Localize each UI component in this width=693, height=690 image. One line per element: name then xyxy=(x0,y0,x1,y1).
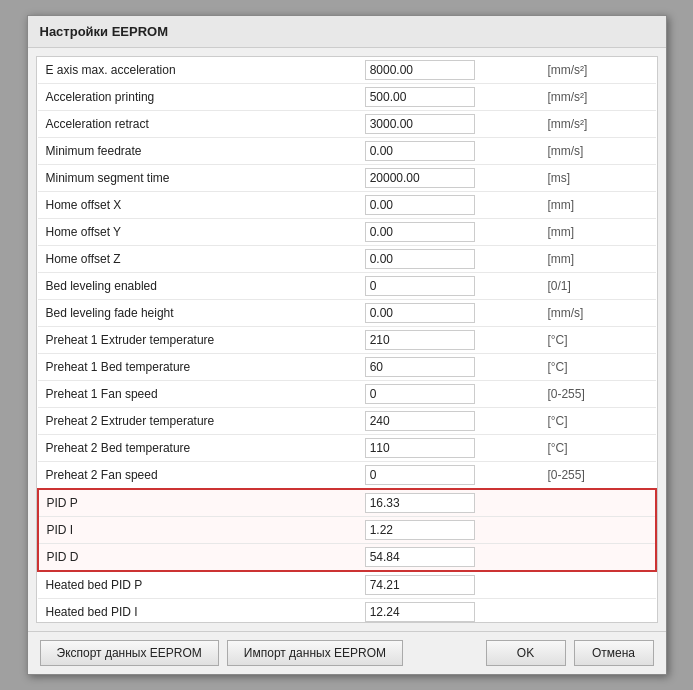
setting-name: Preheat 2 Fan speed xyxy=(38,462,357,490)
setting-value-input[interactable] xyxy=(365,303,475,323)
footer-left: Экспорт данных EEPROM Импорт данных EEPR… xyxy=(40,640,404,666)
setting-value-input[interactable] xyxy=(365,195,475,215)
eeprom-dialog: Настройки EEPROM E axis max. acceleratio… xyxy=(27,15,667,675)
setting-value-input[interactable] xyxy=(365,60,475,80)
setting-name: Preheat 1 Fan speed xyxy=(38,381,357,408)
setting-value-input[interactable] xyxy=(365,602,475,622)
table-row: Heated bed PID I xyxy=(38,599,656,624)
setting-value-cell xyxy=(357,599,540,624)
setting-value-input[interactable] xyxy=(365,357,475,377)
setting-unit: [0/1] xyxy=(539,273,655,300)
setting-value-cell xyxy=(357,84,540,111)
setting-value-input[interactable] xyxy=(365,114,475,134)
setting-value-input[interactable] xyxy=(365,465,475,485)
setting-value-cell xyxy=(357,192,540,219)
setting-value-input[interactable] xyxy=(365,411,475,431)
setting-value-cell xyxy=(357,327,540,354)
setting-name: Preheat 2 Extruder temperature xyxy=(38,408,357,435)
setting-unit xyxy=(539,544,655,572)
setting-unit: [°C] xyxy=(539,435,655,462)
settings-table-container[interactable]: E axis max. acceleration[mm/s²]Accelerat… xyxy=(36,56,658,623)
setting-value-input[interactable] xyxy=(365,438,475,458)
setting-value-cell xyxy=(357,165,540,192)
cancel-button[interactable]: Отмена xyxy=(574,640,654,666)
setting-unit: [mm/s²] xyxy=(539,57,655,84)
setting-name: Preheat 1 Extruder temperature xyxy=(38,327,357,354)
export-button[interactable]: Экспорт данных EEPROM xyxy=(40,640,219,666)
setting-unit: [0-255] xyxy=(539,381,655,408)
setting-value-input[interactable] xyxy=(365,249,475,269)
table-row: E axis max. acceleration[mm/s²] xyxy=(38,57,656,84)
table-row: Acceleration printing[mm/s²] xyxy=(38,84,656,111)
table-row: Home offset Z[mm] xyxy=(38,246,656,273)
table-row: Acceleration retract[mm/s²] xyxy=(38,111,656,138)
setting-name: Preheat 2 Bed temperature xyxy=(38,435,357,462)
import-button[interactable]: Импорт данных EEPROM xyxy=(227,640,403,666)
table-row: Preheat 2 Bed temperature[°C] xyxy=(38,435,656,462)
setting-unit: [mm/s] xyxy=(539,138,655,165)
table-row: Heated bed PID P xyxy=(38,571,656,599)
setting-value-cell xyxy=(357,435,540,462)
setting-unit xyxy=(539,489,655,517)
setting-name: Bed leveling fade height xyxy=(38,300,357,327)
table-row: Preheat 2 Extruder temperature[°C] xyxy=(38,408,656,435)
ok-button[interactable]: OK xyxy=(486,640,566,666)
setting-unit: [mm] xyxy=(539,246,655,273)
table-row: PID D xyxy=(38,544,656,572)
table-row: Preheat 1 Fan speed[0-255] xyxy=(38,381,656,408)
setting-unit: [mm] xyxy=(539,192,655,219)
setting-value-cell xyxy=(357,138,540,165)
setting-unit: [°C] xyxy=(539,408,655,435)
setting-name: Minimum feedrate xyxy=(38,138,357,165)
setting-value-input[interactable] xyxy=(365,384,475,404)
setting-value-cell xyxy=(357,462,540,490)
setting-name: Home offset X xyxy=(38,192,357,219)
setting-name: Acceleration retract xyxy=(38,111,357,138)
setting-value-cell xyxy=(357,571,540,599)
setting-value-cell xyxy=(357,381,540,408)
setting-value-cell xyxy=(357,273,540,300)
setting-value-input[interactable] xyxy=(365,141,475,161)
setting-value-cell xyxy=(357,544,540,572)
setting-unit xyxy=(539,517,655,544)
settings-table: E axis max. acceleration[mm/s²]Accelerat… xyxy=(37,57,657,623)
setting-unit: [°C] xyxy=(539,327,655,354)
setting-value-input[interactable] xyxy=(365,222,475,242)
setting-value-cell xyxy=(357,111,540,138)
setting-value-cell xyxy=(357,300,540,327)
table-row: Home offset Y[mm] xyxy=(38,219,656,246)
setting-unit: [mm] xyxy=(539,219,655,246)
table-row: PID P xyxy=(38,489,656,517)
table-row: Bed leveling enabled[0/1] xyxy=(38,273,656,300)
setting-value-input[interactable] xyxy=(365,575,475,595)
setting-name: PID P xyxy=(38,489,357,517)
setting-value-cell xyxy=(357,57,540,84)
setting-value-cell xyxy=(357,354,540,381)
footer-right: OK Отмена xyxy=(486,640,654,666)
table-row: PID I xyxy=(38,517,656,544)
setting-unit xyxy=(539,599,655,624)
setting-unit: [ms] xyxy=(539,165,655,192)
table-row: Home offset X[mm] xyxy=(38,192,656,219)
setting-unit: [mm/s²] xyxy=(539,84,655,111)
setting-name: E axis max. acceleration xyxy=(38,57,357,84)
setting-value-input[interactable] xyxy=(365,493,475,513)
table-row: Preheat 1 Bed temperature[°C] xyxy=(38,354,656,381)
table-row: Preheat 2 Fan speed[0-255] xyxy=(38,462,656,490)
setting-name: PID I xyxy=(38,517,357,544)
setting-value-cell xyxy=(357,517,540,544)
setting-value-cell xyxy=(357,489,540,517)
setting-value-input[interactable] xyxy=(365,87,475,107)
table-row: Minimum feedrate[mm/s] xyxy=(38,138,656,165)
setting-name: Acceleration printing xyxy=(38,84,357,111)
setting-value-input[interactable] xyxy=(365,276,475,296)
table-row: Preheat 1 Extruder temperature[°C] xyxy=(38,327,656,354)
table-row: Minimum segment time[ms] xyxy=(38,165,656,192)
setting-name: Heated bed PID P xyxy=(38,571,357,599)
setting-value-input[interactable] xyxy=(365,547,475,567)
setting-value-input[interactable] xyxy=(365,520,475,540)
setting-value-input[interactable] xyxy=(365,330,475,350)
setting-name: Heated bed PID I xyxy=(38,599,357,624)
setting-value-input[interactable] xyxy=(365,168,475,188)
setting-value-cell xyxy=(357,408,540,435)
